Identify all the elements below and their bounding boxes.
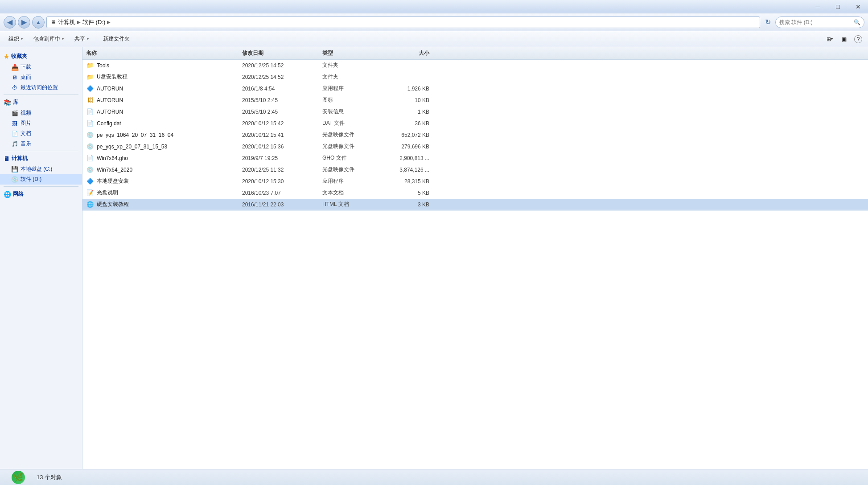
new-folder-button[interactable]: 新建文件夹 — [98, 33, 135, 45]
search-icon: 🔍 — [854, 19, 860, 25]
file-name: AUTORUN — [97, 97, 123, 103]
address-bar: ◀ ▶ ▲ 🖥 计算机 ▶ 软件 (D:) ▶ ↻ 🔍 — [0, 13, 868, 31]
help-button[interactable]: ? — [852, 33, 864, 45]
file-size-cell: 3,874,126 ... — [385, 167, 438, 173]
local-c-label: 本地磁盘 (C:) — [21, 165, 52, 173]
file-type-cell: 文件夹 — [322, 62, 385, 69]
help-icon: ? — [854, 35, 862, 43]
breadcrumb-drive[interactable]: 软件 (D:) — [82, 18, 105, 26]
table-row[interactable]: 🌐 硬盘安装教程 2016/11/21 22:03 HTML 文档 3 KB — [82, 199, 868, 210]
file-type-cell: 光盘映像文件 — [322, 166, 385, 173]
share-button[interactable]: 共享 ▾ — [70, 33, 94, 45]
library-icon: 📚 — [4, 99, 11, 106]
computer-header[interactable]: 🖥 计算机 — [0, 153, 82, 164]
sidebar-item-software-d[interactable]: 💿 软件 (D:) — [0, 174, 82, 185]
sidebar-divider-3 — [4, 186, 78, 187]
status-count: 13 个对象 — [37, 473, 62, 481]
table-row[interactable]: 📁 Tools 2020/12/25 14:52 文件夹 — [82, 60, 868, 71]
organize-button[interactable]: 组织 ▾ — [4, 33, 28, 45]
document-icon: 📄 — [11, 130, 19, 137]
table-row[interactable]: 🖼 AUTORUN 2015/5/10 2:45 图标 10 KB — [82, 95, 868, 106]
breadcrumb[interactable]: 🖥 计算机 ▶ 软件 (D:) ▶ — [46, 16, 760, 28]
file-name: Win7x64.gho — [97, 155, 128, 161]
col-header-size[interactable]: 大小 — [385, 49, 438, 57]
star-icon: ★ — [4, 53, 9, 60]
favorites-section: ★ 收藏夹 📥 下载 🖥 桌面 ⏱ 最近访问的位置 — [0, 51, 82, 93]
library-header[interactable]: 📚 库 — [0, 97, 82, 108]
table-row[interactable]: 💿 Win7x64_2020 2020/12/25 11:32 光盘映像文件 3… — [82, 164, 868, 176]
toolbar-right: ⊞ ▾ ▣ ? — [823, 33, 864, 45]
file-name: Win7x64_2020 — [97, 167, 132, 173]
forward-button[interactable]: ▶ — [18, 16, 30, 29]
minimize-button[interactable]: ─ — [808, 0, 828, 13]
sidebar-item-desktop[interactable]: 🖥 桌面 — [0, 72, 82, 82]
library-label: 库 — [13, 99, 18, 106]
close-button[interactable]: ✕ — [848, 0, 868, 13]
sidebar-divider-2 — [4, 151, 78, 151]
col-header-type[interactable]: 类型 — [322, 49, 385, 57]
file-icon: 💿 — [86, 143, 94, 150]
include-chevron: ▾ — [62, 37, 64, 41]
file-size-cell: 1,926 KB — [385, 86, 438, 92]
file-size-cell: 28,315 KB — [385, 178, 438, 185]
include-library-button[interactable]: 包含到库中 ▾ — [29, 33, 69, 45]
favorites-header[interactable]: ★ 收藏夹 — [0, 51, 82, 62]
back-button[interactable]: ◀ — [4, 16, 16, 29]
sidebar-item-music[interactable]: 🎵 音乐 — [0, 139, 82, 149]
file-name: 本地硬盘安装 — [97, 177, 129, 185]
download-label: 下载 — [21, 63, 31, 71]
sidebar-item-picture[interactable]: 🖼 图片 — [0, 118, 82, 128]
file-icon: 🌐 — [86, 201, 94, 208]
file-size-cell: 10 KB — [385, 97, 438, 103]
picture-icon: 🖼 — [11, 120, 19, 127]
view-options-button[interactable]: ⊞ ▾ — [823, 33, 836, 45]
sidebar-item-local-c[interactable]: 💾 本地磁盘 (C:) — [0, 164, 82, 174]
desktop-label: 桌面 — [21, 74, 31, 81]
preview-pane-button[interactable]: ▣ — [838, 33, 850, 45]
table-row[interactable]: 🔷 本地硬盘安装 2020/10/12 15:30 应用程序 28,315 KB — [82, 176, 868, 187]
file-date-cell: 2016/11/21 22:03 — [242, 201, 322, 208]
file-icon: 💿 — [86, 132, 94, 139]
sidebar-item-video[interactable]: 🎬 视频 — [0, 108, 82, 118]
search-bar[interactable]: 🔍 — [775, 16, 864, 28]
sidebar-item-recent[interactable]: ⏱ 最近访问的位置 — [0, 82, 82, 93]
organize-chevron: ▾ — [21, 37, 23, 41]
sidebar-divider-1 — [4, 95, 78, 95]
sidebar-item-document[interactable]: 📄 文档 — [0, 128, 82, 139]
table-row[interactable]: 📄 Config.dat 2020/10/12 15:42 DAT 文件 36 … — [82, 118, 868, 129]
file-type-cell: 文本文档 — [322, 189, 385, 197]
file-date-cell: 2015/5/10 2:45 — [242, 97, 322, 103]
table-row[interactable]: 💿 pe_yqs_1064_20_07_31_16_04 2020/10/12 … — [82, 129, 868, 141]
refresh-button[interactable]: ↻ — [762, 16, 773, 28]
title-bar: ─ □ ✕ — [0, 0, 868, 13]
file-name-cell: 📝 光盘说明 — [86, 189, 242, 197]
file-type-cell: DAT 文件 — [322, 119, 385, 127]
table-row[interactable]: 📄 Win7x64.gho 2019/9/7 19:25 GHO 文件 2,90… — [82, 152, 868, 164]
software-d-icon: 💿 — [11, 176, 19, 183]
organize-label: 组织 — [8, 35, 19, 43]
breadcrumb-computer[interactable]: 计算机 — [58, 18, 75, 26]
file-name-cell: 🔷 AUTORUN — [86, 85, 242, 92]
file-icon: 🔷 — [86, 85, 94, 92]
search-input[interactable] — [779, 19, 852, 25]
col-header-name[interactable]: 名称 — [86, 49, 242, 57]
maximize-button[interactable]: □ — [828, 0, 848, 13]
col-header-date[interactable]: 修改日期 — [242, 49, 322, 57]
status-logo: 🌿 — [7, 471, 29, 484]
table-row[interactable]: 📝 光盘说明 2016/10/23 7:07 文本文档 5 KB — [82, 187, 868, 199]
network-icon: 🌐 — [4, 191, 11, 198]
network-header[interactable]: 🌐 网络 — [0, 189, 82, 200]
sidebar-item-download[interactable]: 📥 下载 — [0, 62, 82, 72]
table-row[interactable]: 📁 U盘安装教程 2020/12/25 14:52 文件夹 — [82, 71, 868, 83]
file-date-cell: 2020/10/12 15:42 — [242, 120, 322, 127]
table-row[interactable]: 🔷 AUTORUN 2016/1/8 4:54 应用程序 1,926 KB — [82, 83, 868, 95]
file-name-cell: 🌐 硬盘安装教程 — [86, 201, 242, 208]
table-row[interactable]: 📄 AUTORUN 2015/5/10 2:45 安装信息 1 KB — [82, 106, 868, 118]
music-label: 音乐 — [21, 140, 31, 148]
download-icon: 📥 — [11, 64, 19, 71]
table-row[interactable]: 💿 pe_yqs_xp_20_07_31_15_53 2020/10/12 15… — [82, 141, 868, 152]
file-name-cell: 📁 U盘安装教程 — [86, 73, 242, 81]
file-icon: 💿 — [86, 166, 94, 173]
up-button[interactable]: ▲ — [32, 16, 45, 29]
file-name-cell: 💿 Win7x64_2020 — [86, 166, 242, 173]
